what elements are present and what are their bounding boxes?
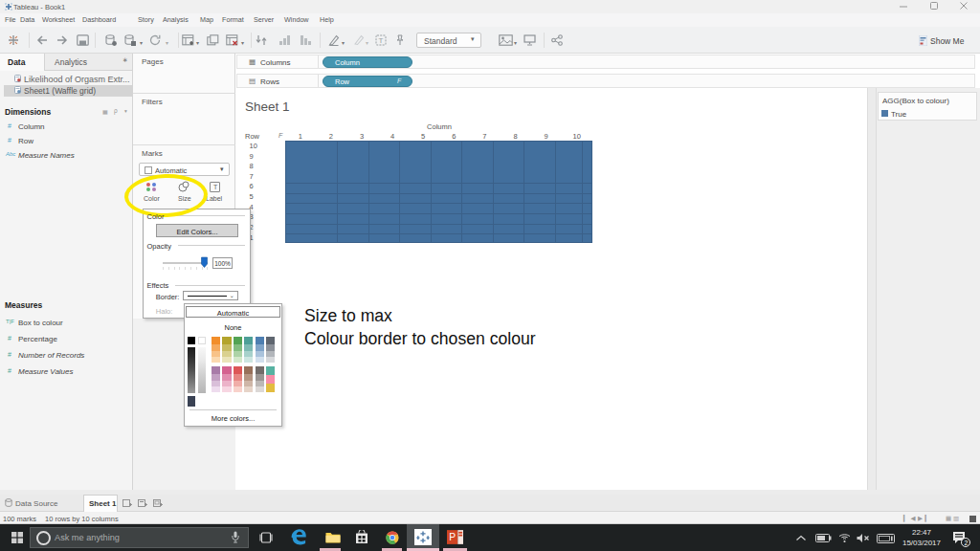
- svg-text:T: T: [378, 36, 383, 45]
- svg-text:P: P: [449, 532, 456, 542]
